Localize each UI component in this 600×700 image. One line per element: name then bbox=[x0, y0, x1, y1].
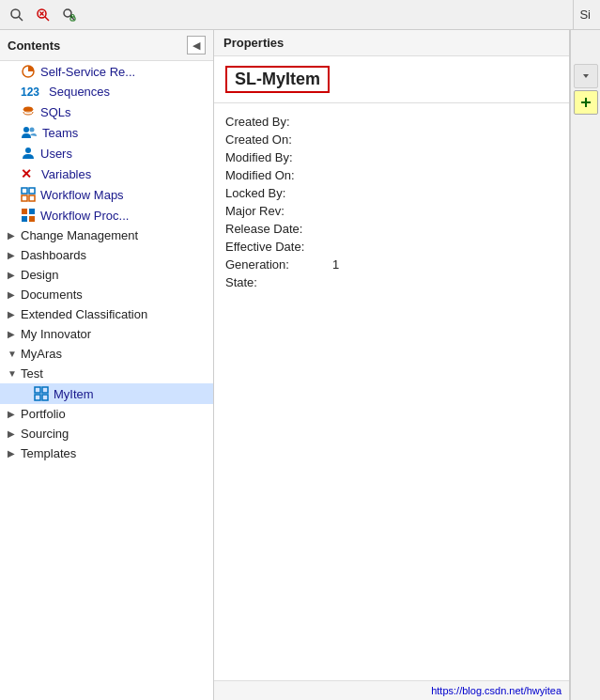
sidebar-item-ext-class[interactable]: ▶ Extended Classification bbox=[0, 304, 213, 324]
properties-fields: Created By:Created On:Modified By:Modifi… bbox=[214, 103, 569, 680]
sidebar-item-label-myitem: MyItem bbox=[54, 387, 94, 401]
footer-url: https://blog.csdn.net/hwyitea bbox=[431, 685, 562, 696]
svg-rect-19 bbox=[29, 209, 35, 214]
svg-point-12 bbox=[30, 128, 35, 132]
svg-rect-23 bbox=[42, 387, 48, 393]
field-label: Release Date: bbox=[225, 222, 329, 236]
sidebar-item-test[interactable]: ▼ Test bbox=[0, 364, 213, 383]
db-icon bbox=[21, 104, 36, 119]
expand-arrow-my-innovator: ▶ bbox=[8, 329, 21, 339]
sidebar-item-label-ext-class: Extended Classification bbox=[21, 307, 147, 321]
field-label: Effective Date: bbox=[225, 240, 329, 254]
svg-rect-18 bbox=[22, 209, 27, 214]
sidebar-item-change-management[interactable]: ▶ Change Management bbox=[0, 226, 213, 245]
sidebar-item-myaras[interactable]: ▼ MyAras bbox=[0, 344, 213, 364]
field-label: Locked By: bbox=[225, 186, 329, 200]
sidebar-item-users[interactable]: Users bbox=[0, 143, 213, 163]
sidebar-item-documents[interactable]: ▶ Documents bbox=[0, 285, 213, 304]
sidebar-item-label-test: Test bbox=[21, 366, 43, 381]
svg-rect-17 bbox=[29, 195, 35, 201]
sidebar-collapse-button[interactable]: ◀ bbox=[187, 36, 206, 54]
add-button[interactable] bbox=[574, 90, 598, 115]
sidebar-item-label-portfolio: Portfolio bbox=[21, 407, 66, 421]
sidebar-item-label-documents: Documents bbox=[21, 288, 83, 302]
sidebar-item-templates[interactable]: ▶ Templates bbox=[0, 443, 213, 463]
sidebar-item-teams[interactable]: Teams bbox=[0, 122, 213, 143]
field-label: Created On: bbox=[225, 132, 329, 147]
expand-arrow-dashboards: ▶ bbox=[8, 250, 21, 260]
sidebar-item-dashboards[interactable]: ▶ Dashboards bbox=[0, 245, 213, 265]
sidebar-item-label-dashboards: Dashboards bbox=[21, 248, 86, 262]
expand-arrow-change-mgmt: ▶ bbox=[8, 230, 21, 241]
field-row: Generation:1 bbox=[225, 257, 558, 272]
search-button-3[interactable] bbox=[56, 2, 83, 28]
sidebar-item-label-users: Users bbox=[40, 147, 72, 161]
workflow-map-icon bbox=[21, 187, 36, 202]
sidebar-title: Contents bbox=[8, 39, 60, 53]
top-toolbar: Si bbox=[0, 0, 600, 30]
sidebar-item-sequences[interactable]: 123 Sequences bbox=[0, 82, 213, 101]
field-value: 1 bbox=[329, 257, 339, 272]
sidebar-item-portfolio[interactable]: ▶ Portfolio bbox=[0, 404, 213, 424]
field-row: Modified By: bbox=[225, 150, 558, 164]
properties-title-row: SL-MyItem bbox=[214, 56, 569, 103]
expand-arrow-sourcing: ▶ bbox=[8, 428, 21, 439]
field-label: Generation: bbox=[225, 257, 329, 272]
myitem-icon bbox=[34, 386, 49, 401]
sidebar-item-self-service[interactable]: Self-Service Re... bbox=[0, 61, 213, 82]
field-row: Locked By: bbox=[225, 186, 558, 200]
sequences-icon: 123 bbox=[21, 86, 39, 99]
toolbar-label: Si bbox=[573, 0, 596, 29]
field-label: State: bbox=[225, 275, 329, 289]
sidebar-item-label-templates: Templates bbox=[21, 446, 76, 460]
field-label: Created By: bbox=[225, 115, 329, 129]
svg-point-10 bbox=[23, 107, 33, 112]
field-row: Modified On: bbox=[225, 168, 558, 182]
sidebar-item-myitem[interactable]: MyItem bbox=[0, 383, 213, 404]
svg-point-13 bbox=[25, 148, 31, 153]
user-icon bbox=[21, 146, 36, 161]
expand-arrow-portfolio: ▶ bbox=[8, 409, 21, 419]
search-button-1[interactable] bbox=[4, 2, 30, 28]
field-row: Release Date: bbox=[225, 222, 558, 236]
sidebar-item-my-innovator[interactable]: ▶ My Innovator bbox=[0, 324, 213, 344]
field-label: Modified On: bbox=[225, 168, 329, 182]
sidebar-item-workflow-proc[interactable]: Workflow Proc... bbox=[0, 205, 213, 226]
sidebar-item-label-design: Design bbox=[21, 268, 58, 282]
sidebar-item-design[interactable]: ▶ Design bbox=[0, 265, 213, 285]
sidebar-item-label-change-mgmt: Change Management bbox=[21, 228, 138, 242]
field-label: Major Rev: bbox=[225, 204, 329, 218]
sidebar-item-variables[interactable]: ✕ Variables bbox=[0, 163, 213, 184]
svg-rect-14 bbox=[22, 188, 27, 194]
field-row: State: bbox=[225, 275, 558, 289]
search-button-2[interactable] bbox=[30, 2, 56, 28]
expand-arrow-design: ▶ bbox=[8, 270, 21, 280]
sidebar-item-sqls[interactable]: SQLs bbox=[0, 101, 213, 122]
svg-rect-16 bbox=[22, 195, 27, 201]
expand-arrow-myaras: ▼ bbox=[8, 349, 21, 359]
expand-arrow-templates: ▶ bbox=[8, 448, 21, 459]
expand-arrow-test: ▼ bbox=[8, 368, 21, 379]
sidebar-item-workflow-maps[interactable]: Workflow Maps bbox=[0, 184, 213, 205]
people-icon bbox=[21, 125, 38, 140]
svg-rect-21 bbox=[29, 216, 35, 222]
svg-point-6 bbox=[64, 9, 71, 17]
expand-arrow-ext-class: ▶ bbox=[8, 309, 21, 319]
sidebar-item-sourcing[interactable]: ▶ Sourcing bbox=[0, 424, 213, 443]
workflow-proc-icon bbox=[21, 208, 36, 223]
dropdown-button[interactable] bbox=[574, 64, 598, 88]
properties-panel: Properties SL-MyItem Created By:Created … bbox=[214, 30, 570, 700]
svg-line-1 bbox=[19, 17, 23, 21]
chart-icon bbox=[21, 64, 36, 79]
field-row: Created On: bbox=[225, 132, 558, 147]
svg-rect-25 bbox=[42, 395, 48, 400]
properties-footer: https://blog.csdn.net/hwyitea bbox=[214, 680, 569, 700]
sidebar-header: Contents ◀ bbox=[0, 30, 213, 61]
svg-point-0 bbox=[11, 9, 20, 18]
svg-rect-22 bbox=[35, 387, 40, 393]
sidebar-content: Self-Service Re... 123 Sequences SQLs bbox=[0, 61, 213, 700]
svg-point-11 bbox=[23, 127, 29, 132]
x-icon: ✕ bbox=[21, 166, 32, 181]
properties-header: Properties bbox=[214, 30, 569, 56]
svg-line-3 bbox=[45, 17, 49, 21]
